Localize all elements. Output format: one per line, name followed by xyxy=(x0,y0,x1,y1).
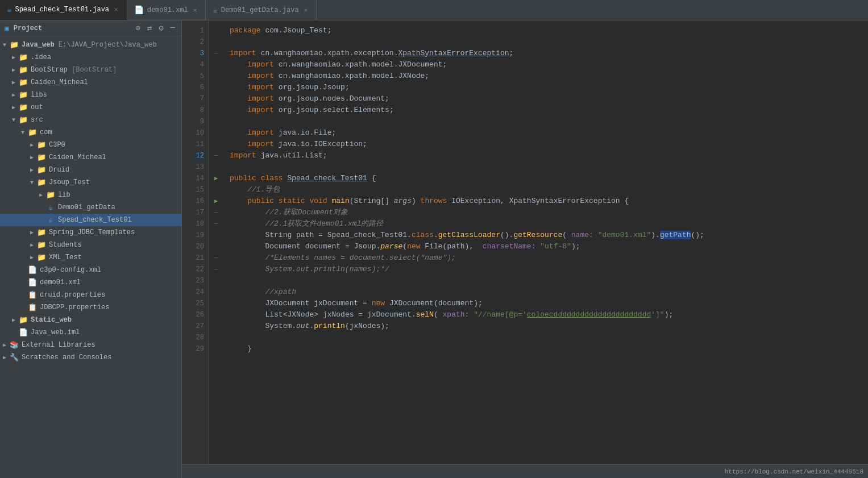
demo01xml-xml-icon: 📄 xyxy=(27,278,38,287)
gutter-10 xyxy=(209,127,223,139)
sidebar-item-javaweb-iml[interactable]: 📄 Java_web.iml xyxy=(0,326,181,339)
line6-text: import org.jsoup.Jsoup; xyxy=(230,82,861,93)
editor-area: 1 2 3 4 5 6 7 8 9 10 11 12 13 14 15 16 1… xyxy=(182,20,868,478)
students-folder-icon: 📁 xyxy=(36,240,47,250)
ln-25: 25 xyxy=(182,298,209,309)
minimize-icon[interactable]: ─ xyxy=(169,23,177,33)
c3p0-arrow: ▶ xyxy=(27,142,36,148)
line9-text xyxy=(230,116,861,127)
gutter-18-fold[interactable]: ─ xyxy=(209,218,223,230)
tab-demo01getData-close[interactable]: ✕ xyxy=(302,6,310,14)
ln-2: 2 xyxy=(182,36,209,48)
lib-label: lib xyxy=(58,191,70,199)
gutter-21-fold[interactable]: ─ xyxy=(209,252,223,264)
sidebar-item-xmltest[interactable]: ▶ 📁 XML_Test xyxy=(0,251,181,264)
spring-arrow: ▶ xyxy=(27,229,36,236)
code-line-2 xyxy=(230,36,861,48)
tab-spead[interactable]: ☕ Spead_check_Test01.java ✕ xyxy=(0,0,127,20)
sidebar-item-students[interactable]: ▶ 📁 Students xyxy=(0,239,181,251)
sidebar-item-idea[interactable]: ▶ 📁 .idea xyxy=(0,51,181,64)
sidebar-item-com[interactable]: ▼ 📁 com xyxy=(0,126,181,139)
ln-16: 16 xyxy=(182,196,209,207)
sidebar-item-jdbcprop[interactable]: 📋 JDBCPP.properties xyxy=(0,301,181,314)
gutter-12[interactable]: ─ xyxy=(209,150,223,161)
ln-10: 10 xyxy=(182,127,209,139)
line19-text: String path = Spead_check_Test01.class.g… xyxy=(230,230,861,241)
com-folder-icon: 📁 xyxy=(27,128,38,137)
gutter-3[interactable]: ─ xyxy=(209,48,223,59)
sidebar-item-src[interactable]: ▼ 📁 src xyxy=(0,114,181,126)
tab-demo01-label: demo01.xml xyxy=(147,6,188,14)
gutter-14-run[interactable]: ▶ xyxy=(209,173,223,184)
jdbcprop-arrow xyxy=(18,305,27,311)
xmltest-folder-icon: 📁 xyxy=(36,253,47,262)
scratch-icon: 🔧 xyxy=(9,353,19,362)
gutter: ─ ─ ▶ ▶ ─ ─ ─ ─ xyxy=(209,20,223,464)
tab-demo01[interactable]: 📄 demo01.xml ✕ xyxy=(127,0,206,20)
gutter-26 xyxy=(209,309,223,321)
code-line-28 xyxy=(230,332,861,343)
line20-text: Document document = Jsoup.parse(new File… xyxy=(230,241,861,252)
sidebar-item-out[interactable]: ▶ 📁 out xyxy=(0,101,181,114)
sidebar-item-c3p0config[interactable]: 📄 c3p0-config.xml xyxy=(0,264,181,276)
spead-java-icon: ☕ xyxy=(7,5,11,14)
line4-text: import cn.wanghaomiao.xpath.model.JXDocu… xyxy=(230,59,861,70)
sidebar-item-c3p0[interactable]: ▶ 📁 C3P0 xyxy=(0,139,181,151)
settings-icon[interactable]: ⚙ xyxy=(157,23,165,33)
ln-8: 8 xyxy=(182,105,209,116)
sidebar-item-caiden[interactable]: ▶ 📁 Caiden_Micheal xyxy=(0,76,181,89)
sidebar-item-extlibs[interactable]: ▶ 📚 External Libraries xyxy=(0,339,181,351)
tree-root[interactable]: ▼ 📁 Java_web E:\JAVA_Project\Java_web xyxy=(0,39,181,51)
xmltest-label: XML_Test xyxy=(49,253,82,261)
code-content[interactable]: package com.Jsoup_Test; import cn.wangha… xyxy=(223,20,868,464)
line3-text: import cn.wanghaomiao.xpath.exception.Xp… xyxy=(230,48,861,59)
locate-icon[interactable]: ⊕ xyxy=(134,23,142,33)
ln-24: 24 xyxy=(182,286,209,298)
layout-icon[interactable]: ⇄ xyxy=(146,23,153,33)
code-line-6: import org.jsoup.Jsoup; xyxy=(230,82,861,93)
gutter-16-run[interactable]: ▶ xyxy=(209,196,223,207)
sidebar-item-caiden2[interactable]: ▶ 📁 Caiden_Micheal xyxy=(0,151,181,164)
line10-text: import java.io.File; xyxy=(230,127,861,139)
libs-folder-icon: 📁 xyxy=(18,90,28,99)
tab-demo01getData[interactable]: ☕ Demo01_getData.java ✕ xyxy=(206,0,317,20)
sidebar-item-spring[interactable]: ▶ 📁 Spring_JDBC_Templates xyxy=(0,226,181,239)
students-label: Students xyxy=(49,241,82,249)
spead-label: Spead_check_Test01 xyxy=(58,216,132,224)
sidebar-item-bootstrap[interactable]: ▶ 📁 BootStrap [BootStrat] xyxy=(0,64,181,76)
sidebar-item-druidprop[interactable]: 📋 druid.properties xyxy=(0,289,181,301)
tab-demo01-close[interactable]: ✕ xyxy=(192,6,199,14)
code-line-29: } xyxy=(230,343,861,355)
gutter-6 xyxy=(209,82,223,93)
sidebar-item-demo01getData[interactable]: ☕ Demo01_getData xyxy=(0,201,181,214)
libs-label: libs xyxy=(31,91,47,99)
sidebar-tools: ⊕ ⇄ ⚙ ─ xyxy=(134,23,177,33)
demo01getData-arrow xyxy=(36,205,45,211)
sidebar-item-druid[interactable]: ▶ 📁 Druid xyxy=(0,164,181,176)
sidebar-item-staticweb[interactable]: ▶ 📁 Static_web xyxy=(0,314,181,326)
gutter-22-fold[interactable]: ─ xyxy=(209,264,223,275)
sidebar-item-scratches[interactable]: ▶ 🔧 Scratches and Consoles xyxy=(0,351,181,364)
sidebar-item-jsoup[interactable]: ▼ 📁 Jsoup_Test xyxy=(0,176,181,189)
sidebar-tree: ▼ 📁 Java_web E:\JAVA_Project\Java_web ▶ … xyxy=(0,36,181,478)
code-line-7: import org.jsoup.nodes.Document; xyxy=(230,93,861,105)
sidebar-item-spead[interactable]: ☕ Spead_check_Test01 xyxy=(0,214,181,226)
sidebar-item-lib[interactable]: ▶ 📁 lib xyxy=(0,189,181,201)
com-label: com xyxy=(40,128,52,136)
code-line-1: package com.Jsoup_Test; xyxy=(230,25,861,36)
demo01getData-java-icon: ☕ xyxy=(213,5,217,15)
ln-17: 17 xyxy=(182,207,209,218)
demo01getData-label: Demo01_getData xyxy=(58,203,115,211)
sidebar-item-libs[interactable]: ▶ 📁 libs xyxy=(0,89,181,101)
gutter-1 xyxy=(209,25,223,36)
demo01-xml-icon: 📄 xyxy=(134,5,144,15)
gutter-17-fold[interactable]: ─ xyxy=(209,207,223,218)
ln-7: 7 xyxy=(182,93,209,105)
line12-text: import java.util.List; xyxy=(230,150,861,161)
tab-spead-close[interactable]: ✕ xyxy=(113,5,120,14)
extlibs-label: External Libraries xyxy=(22,341,95,349)
code-line-20: Document document = Jsoup.parse(new File… xyxy=(230,241,861,252)
ln-12: 12 xyxy=(182,150,209,161)
ln-23: 23 xyxy=(182,275,209,286)
sidebar-item-demo01xml[interactable]: 📄 demo01.xml xyxy=(0,276,181,289)
